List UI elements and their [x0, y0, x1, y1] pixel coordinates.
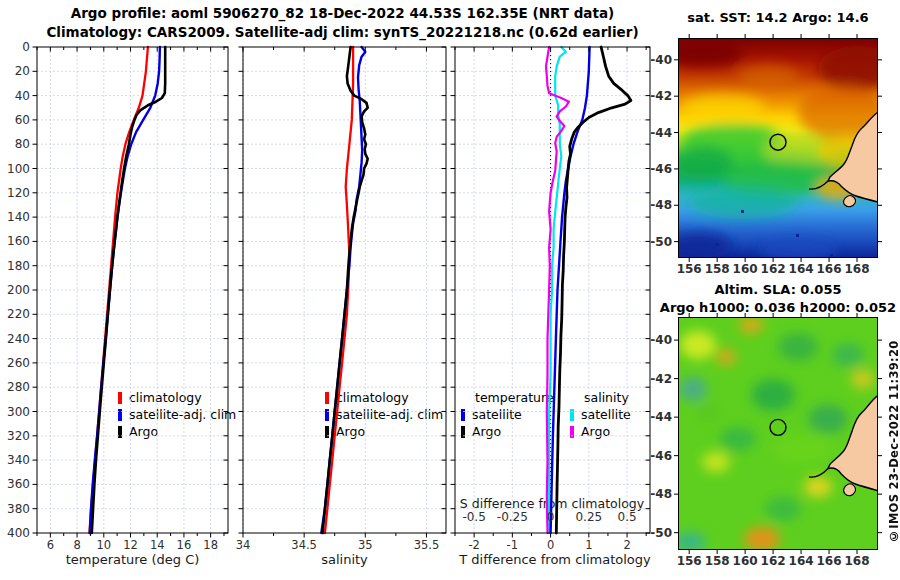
legend-swatch	[570, 426, 574, 438]
imos-timestamp-watermark: ©IMOS 23-Dec-2022 11:39:20	[887, 338, 900, 543]
tick-label: 12	[123, 538, 138, 552]
latitude-tick-label: -48	[650, 487, 672, 501]
legend-item: Argo	[325, 423, 443, 440]
salinity-axis-label: salinity	[243, 552, 446, 567]
tick-label: 35	[358, 538, 373, 552]
legend-label: satellite	[472, 406, 522, 423]
tick-label: 34	[236, 538, 251, 552]
tick-label: 34.5	[291, 538, 317, 552]
depth-tick-label: 380	[7, 502, 30, 516]
latitude-tick-label: -48	[650, 198, 672, 212]
tick-label: 2	[623, 538, 630, 552]
sla-map-title-line2: Argo h1000: 0.036 h2000: 0.052	[638, 300, 900, 315]
depth-tick-label: 40	[15, 89, 30, 103]
s-difference-axis-label: S difference from climatology	[452, 496, 652, 511]
depth-tick-label: 140	[7, 210, 30, 224]
depth-tick-label: 360	[7, 477, 30, 491]
legend-item: Argo	[461, 423, 554, 440]
longitude-tick-label: 162	[761, 554, 786, 568]
longitude-tick-label: 158	[705, 262, 730, 276]
depth-tick-label: 0	[22, 40, 30, 54]
depth-tick-label: 60	[15, 113, 30, 127]
legend-swatch	[325, 409, 329, 421]
sla-map	[678, 317, 878, 550]
longitude-tick-label: 160	[733, 554, 758, 568]
legend-group-header: salinity	[570, 389, 631, 406]
legend-group-header: temperature	[461, 389, 554, 406]
page-title-line2: Climatology: CARS2009. Satellite-adj cli…	[20, 24, 665, 40]
latitude-tick-label: -42	[650, 372, 672, 386]
latitude-tick-label: -40	[650, 333, 672, 347]
tick-label: 18	[203, 538, 218, 552]
longitude-tick-label: 164	[789, 262, 814, 276]
temperature-legend: climatologysatellite-adj. climArgo	[118, 389, 236, 440]
longitude-tick-label: 156	[677, 554, 702, 568]
temperature-panel	[37, 47, 228, 533]
legend-swatch	[570, 409, 574, 421]
latitude-tick-label: -50	[650, 526, 672, 540]
depth-tick-label: 220	[7, 307, 30, 321]
latitude-tick-label: -42	[650, 89, 672, 103]
longitude-tick-label: 166	[817, 554, 842, 568]
legend-label: satellite	[581, 406, 631, 423]
longitude-tick-label: 166	[817, 262, 842, 276]
legend-item: satellite	[461, 406, 554, 423]
longitude-tick-label: 160	[733, 262, 758, 276]
legend-label: Argo	[336, 423, 365, 440]
depth-tick-label: 160	[7, 234, 30, 248]
depth-tick-label: 260	[7, 356, 30, 370]
t-difference-panel	[455, 47, 650, 533]
depth-tick-label: 100	[7, 162, 30, 176]
tick-label: 6	[47, 538, 54, 552]
legend-swatch	[461, 409, 465, 421]
depth-tick-label: 320	[7, 429, 30, 443]
legend-item: satellite-adj. clim	[325, 406, 443, 423]
latitude-tick-label: -44	[650, 410, 672, 424]
latitude-tick-label: -46	[650, 162, 672, 176]
tick-label: 10	[96, 538, 111, 552]
sst-map	[678, 38, 878, 258]
salinity-legend: climatologysatellite-adj. climArgo	[325, 389, 443, 440]
legend-swatch	[118, 392, 122, 404]
latitude-tick-label: -50	[650, 235, 672, 249]
legend-swatch	[118, 409, 122, 421]
temperature-axis-label: temperature (deg C)	[37, 552, 228, 567]
legend-label: climatology	[129, 389, 202, 406]
legend-item: climatology	[118, 389, 236, 406]
longitude-tick-label: 168	[844, 262, 869, 276]
tick-label: -2	[468, 538, 479, 552]
legend-label: climatology	[336, 389, 409, 406]
argo-profile-report: Argo profile: aoml 5906270_82 18-Dec-202…	[0, 0, 900, 580]
t-difference-axis-label: T difference from climatology	[440, 552, 670, 567]
t-difference-legend-temperature: temperaturesatelliteArgo	[461, 389, 554, 440]
longitude-tick-label: 156	[677, 262, 702, 276]
legend-swatch	[461, 426, 465, 438]
tick-label: 0	[547, 538, 554, 552]
legend-label: satellite-adj. clim	[129, 406, 236, 423]
depth-tick-label: 200	[7, 283, 30, 297]
legend-item: satellite-adj. clim	[118, 406, 236, 423]
t-difference-legend-salinity: salinitysatelliteArgo	[570, 389, 631, 440]
depth-tick-label: 20	[15, 64, 30, 78]
legend-label: Argo	[472, 423, 501, 440]
depth-tick-label: 300	[7, 405, 30, 419]
latitude-tick-label: -44	[650, 126, 672, 140]
tick-label: 14	[150, 538, 165, 552]
tick-label: 1	[585, 538, 592, 552]
latitude-tick-label: -40	[650, 53, 672, 67]
depth-tick-label: 280	[7, 380, 30, 394]
legend-label: Argo	[581, 423, 610, 440]
longitude-tick-label: 158	[705, 554, 730, 568]
longitude-tick-label: 162	[761, 262, 786, 276]
legend-label: Argo	[129, 423, 158, 440]
depth-tick-label: 340	[7, 453, 30, 467]
longitude-tick-label: 168	[844, 554, 869, 568]
tick-label: 16	[177, 538, 192, 552]
tick-label: 8	[73, 538, 80, 552]
depth-tick-label: 180	[7, 259, 30, 273]
salinity-panel	[243, 47, 446, 533]
legend-swatch	[325, 392, 329, 404]
depth-tick-label: 400	[7, 526, 30, 540]
depth-tick-label: 80	[15, 137, 30, 151]
legend-item: Argo	[570, 423, 631, 440]
